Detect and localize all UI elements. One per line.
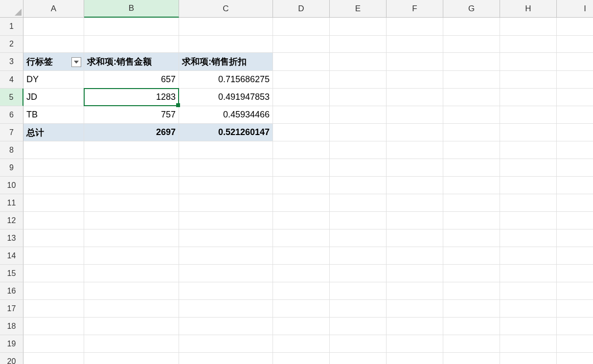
cell-D6[interactable] — [273, 106, 330, 124]
fill-handle[interactable] — [176, 103, 180, 107]
cell-D10[interactable] — [273, 177, 330, 194]
column-header-D[interactable]: D — [273, 0, 330, 18]
row-header-12[interactable]: 12 — [0, 212, 23, 229]
cell-A16[interactable] — [23, 282, 84, 300]
cell-D7[interactable] — [273, 124, 330, 141]
row-header-2[interactable]: 2 — [0, 36, 23, 53]
column-header-F[interactable]: F — [387, 0, 443, 18]
cell-F6[interactable] — [387, 106, 443, 124]
cell-C16[interactable] — [179, 282, 273, 300]
row-header-9[interactable]: 9 — [0, 159, 23, 177]
cell-A10[interactable] — [23, 177, 84, 194]
cell-A20[interactable] — [23, 353, 84, 364]
cell-A8[interactable] — [23, 141, 84, 159]
cell-I4[interactable] — [557, 71, 593, 89]
cell-A19[interactable] — [23, 335, 84, 353]
cell-D8[interactable] — [273, 141, 330, 159]
cell-E1[interactable] — [330, 18, 387, 36]
cell-E20[interactable] — [330, 353, 387, 364]
cell-H16[interactable] — [500, 282, 557, 300]
cell-C18[interactable] — [179, 318, 273, 335]
cell-I18[interactable] — [557, 318, 593, 335]
cell-I7[interactable] — [557, 124, 593, 141]
cell-I17[interactable] — [557, 300, 593, 318]
cell-B5[interactable]: 1283 — [84, 89, 179, 106]
cell-H5[interactable] — [500, 89, 557, 106]
cell-F5[interactable] — [387, 89, 443, 106]
cell-D4[interactable] — [273, 71, 330, 89]
row-header-7[interactable]: 7 — [0, 124, 23, 141]
cell-E2[interactable] — [330, 36, 387, 53]
column-header-I[interactable]: I — [557, 0, 593, 18]
cell-E5[interactable] — [330, 89, 387, 106]
cell-B12[interactable] — [84, 212, 179, 229]
cell-I8[interactable] — [557, 141, 593, 159]
cell-F14[interactable] — [387, 247, 443, 265]
cell-F18[interactable] — [387, 318, 443, 335]
row-header-19[interactable]: 19 — [0, 335, 23, 353]
cell-I20[interactable] — [557, 353, 593, 364]
cell-H18[interactable] — [500, 318, 557, 335]
column-header-C[interactable]: C — [179, 0, 273, 18]
cell-D12[interactable] — [273, 212, 330, 229]
cell-I2[interactable] — [557, 36, 593, 53]
cell-B7[interactable]: 2697 — [84, 124, 179, 141]
row-header-18[interactable]: 18 — [0, 318, 23, 335]
cell-H17[interactable] — [500, 300, 557, 318]
cell-H6[interactable] — [500, 106, 557, 124]
cell-H8[interactable] — [500, 141, 557, 159]
row-header-6[interactable]: 6 — [0, 106, 23, 124]
cell-B17[interactable] — [84, 300, 179, 318]
cell-C11[interactable] — [179, 194, 273, 212]
row-header-16[interactable]: 16 — [0, 282, 23, 300]
cell-B1[interactable] — [84, 18, 179, 36]
cell-F13[interactable] — [387, 229, 443, 247]
cell-F8[interactable] — [387, 141, 443, 159]
cell-C9[interactable] — [179, 159, 273, 177]
cell-E13[interactable] — [330, 229, 387, 247]
cell-E8[interactable] — [330, 141, 387, 159]
cell-F2[interactable] — [387, 36, 443, 53]
cell-A13[interactable] — [23, 229, 84, 247]
cell-G15[interactable] — [443, 265, 500, 282]
cell-I13[interactable] — [557, 229, 593, 247]
cell-F12[interactable] — [387, 212, 443, 229]
cell-B20[interactable] — [84, 353, 179, 364]
cell-F11[interactable] — [387, 194, 443, 212]
cell-B16[interactable] — [84, 282, 179, 300]
cell-C1[interactable] — [179, 18, 273, 36]
cell-E7[interactable] — [330, 124, 387, 141]
cell-I6[interactable] — [557, 106, 593, 124]
column-header-A[interactable]: A — [23, 0, 84, 18]
cell-I19[interactable] — [557, 335, 593, 353]
cell-I15[interactable] — [557, 265, 593, 282]
cell-G5[interactable] — [443, 89, 500, 106]
cell-D9[interactable] — [273, 159, 330, 177]
cell-C2[interactable] — [179, 36, 273, 53]
cell-G7[interactable] — [443, 124, 500, 141]
cell-H4[interactable] — [500, 71, 557, 89]
cell-G17[interactable] — [443, 300, 500, 318]
cell-E18[interactable] — [330, 318, 387, 335]
cell-B9[interactable] — [84, 159, 179, 177]
cell-H13[interactable] — [500, 229, 557, 247]
cell-G12[interactable] — [443, 212, 500, 229]
cell-F15[interactable] — [387, 265, 443, 282]
cell-D5[interactable] — [273, 89, 330, 106]
row-header-11[interactable]: 11 — [0, 194, 23, 212]
cell-H11[interactable] — [500, 194, 557, 212]
cell-H3[interactable] — [500, 53, 557, 71]
cell-A9[interactable] — [23, 159, 84, 177]
cell-I9[interactable] — [557, 159, 593, 177]
cell-A6[interactable]: TB — [23, 106, 84, 124]
cell-D20[interactable] — [273, 353, 330, 364]
cell-H9[interactable] — [500, 159, 557, 177]
cell-D11[interactable] — [273, 194, 330, 212]
select-all-corner[interactable] — [0, 0, 23, 18]
cell-D15[interactable] — [273, 265, 330, 282]
cell-H12[interactable] — [500, 212, 557, 229]
cell-C3[interactable]: 求和项:销售折扣 — [179, 53, 273, 71]
cell-A2[interactable] — [23, 36, 84, 53]
cell-C19[interactable] — [179, 335, 273, 353]
cell-D18[interactable] — [273, 318, 330, 335]
